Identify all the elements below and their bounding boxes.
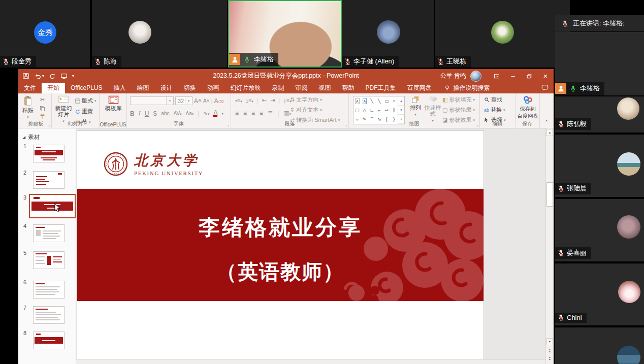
shapes-scroll-down-icon[interactable]: ▼ [398,106,404,115]
shape-fill-button[interactable]: ◧ 形状填充▾ [442,96,475,104]
tab-transitions[interactable]: 切换 [178,83,201,93]
shapes-scroll-up-icon[interactable]: ▲ [398,96,404,106]
slide-thumbnail-6[interactable] [33,281,65,299]
save-to-baidu-button[interactable]: 保存到 百度网盘 [517,95,538,119]
section-collapse-icon[interactable]: ◢ [22,135,25,140]
arrange-button[interactable]: 排列 ▾ [408,95,423,118]
sidebar-tile-chini[interactable]: Chini [555,263,644,326]
shape-triangle-icon[interactable]: △ [361,106,369,115]
tab-insert[interactable]: 插入 [108,83,131,93]
shape-rounded-rectangle-icon[interactable]: ▢ [353,106,361,115]
restore-button[interactable] [521,69,537,83]
underline-button[interactable]: U [145,110,149,117]
tab-home[interactable]: 开始 [42,83,65,93]
increase-indent-button[interactable]: ⇥ [270,97,275,104]
clipboard-dialog-launcher[interactable]: ⌟ [48,122,50,127]
tab-review[interactable]: 审阅 [289,83,313,93]
decrease-indent-button[interactable]: ⇤ [262,97,267,104]
font-dialog-launcher[interactable]: ⌟ [227,122,229,127]
comments-icon[interactable] [541,84,549,91]
shape-textbox-icon[interactable]: A [355,98,360,104]
close-button[interactable]: × [537,69,554,83]
tab-design[interactable]: 设计 [154,83,178,93]
arrange-caret[interactable]: ▾ [414,112,416,118]
drawing-dialog-launcher[interactable]: ⌟ [476,122,478,127]
slide-thumbnail-panel[interactable]: ◢ 素材 1 2 3 [18,128,76,364]
shape-vertical-textbox-icon[interactable]: A [363,98,367,104]
change-case-button[interactable]: Aa▾ [186,111,194,116]
find-button[interactable]: 查找 [484,96,506,104]
tab-slideshow[interactable]: 幻灯片放映 [224,83,266,93]
tab-file[interactable]: 文件 [18,83,42,93]
format-painter-icon[interactable] [40,114,45,119]
ribbon-display-options-button[interactable] [489,69,505,83]
tab-officeplus[interactable]: OfficePLUS [65,83,108,93]
cut-icon[interactable]: ✂ [40,96,45,103]
sidebar-tile-loujiali[interactable]: 娄嘉丽 [555,199,644,262]
shape-arrow-line-icon[interactable]: ╲ [376,96,383,106]
shape-right-arrow-icon[interactable]: ⇨ [383,106,391,115]
tab-draw[interactable]: 绘图 [131,83,154,93]
slide-thumbnail-5[interactable] [33,251,65,269]
account-name[interactable]: 公羊 肯鸣 [440,72,466,80]
character-spacing-button[interactable]: AV▾ [173,111,181,116]
align-text-button[interactable]: ⇕ 对齐文本▾ [290,106,340,114]
tell-me-search[interactable]: 操作说明搜索 [444,83,490,93]
slide-thumbnail-1[interactable] [33,145,65,162]
slide-thumbnail-8[interactable] [33,332,65,349]
font-name-combobox[interactable]: ▾ [130,96,174,105]
align-center-button[interactable]: ≡ [243,110,247,117]
shape-rectangle-icon[interactable]: ▭ [383,96,391,106]
tab-animations[interactable]: 动画 [201,83,224,93]
slide-thumbnail-2[interactable] [33,171,65,189]
account-avatar[interactable] [470,71,481,82]
replace-button[interactable]: ab替换▾ [484,106,506,114]
layout-button[interactable]: 版式▾ [75,97,96,105]
shape-elbow-connector-icon[interactable]: ∟ [368,106,376,115]
align-right-button[interactable]: ≡ [251,110,255,117]
previous-slide-button[interactable]: ▲▲ [546,347,553,353]
quick-styles-button[interactable]: 快速样式 ▾ [424,95,441,124]
paste-caret[interactable]: ▾ [27,114,29,120]
shape-outline-button[interactable]: ▢ 形状轮廓▾ [442,106,475,114]
shapes-gallery-scroll[interactable]: ▲ ▼ ⊽ [398,96,404,124]
copy-icon[interactable] [40,106,45,111]
justify-button[interactable]: ≡ [260,110,263,117]
collapse-ribbon-chevron[interactable]: ⌃ [544,119,549,125]
video-tile-chenhai[interactable]: 陈海 [92,0,228,68]
scroll-up-button[interactable]: ▲ [546,129,553,136]
numbering-button[interactable]: 1≡▾ [246,97,253,104]
text-direction-button[interactable]: ⇅ 文字方向▾ [290,96,340,104]
font-size-combobox[interactable]: 32▾ [175,96,192,105]
video-tile-duanjinxiu[interactable]: 金秀 段金秀 [0,0,91,68]
sidebar-tile-chenhongyi[interactable]: 陈弘毅 [555,96,644,134]
next-slide-button[interactable]: ▼▼ [546,355,553,361]
shape-down-arrow-icon[interactable]: ⇩ [391,106,398,115]
tab-baidu-netdisk[interactable]: 百度网盘 [401,83,437,93]
shape-elbow-arrow-icon[interactable]: ⌐ [376,106,383,115]
sidebar-tile-extra[interactable] [555,327,644,364]
italic-button[interactable]: I [139,110,141,117]
editor-horizontal-scrollbar[interactable] [76,359,545,364]
reset-button[interactable]: 重置 [75,108,96,115]
shape-cells[interactable]: A A ╲ ╲ ▭ ○ ▢ △ ∟ ⌐ ⇨ ⇩ ⌔ ✎ ⌒ [353,96,398,124]
video-tile-lixuge-active[interactable]: 李绪格 [228,0,342,68]
shape-oval-icon[interactable]: ○ [391,96,398,106]
slide-thumbnail-4[interactable] [33,224,65,242]
tab-view[interactable]: 视图 [313,83,336,93]
decrease-font-size-button[interactable]: A˅ [203,98,210,104]
sidebar-tile-lixuge[interactable]: 李绪格 [555,32,644,96]
bold-button[interactable]: B [130,110,135,117]
text-shadow-button[interactable]: S [153,110,157,117]
tab-help[interactable]: 帮助 [336,83,360,93]
thumbnail-section-header[interactable]: ◢ 素材 [22,134,40,141]
bullets-button[interactable]: •≡▾ [235,97,242,104]
editor-vertical-scrollbar[interactable]: ▲ ▼ ▲▲ ▼▼ [545,128,554,364]
clear-formatting-button[interactable]: A⌫ [214,97,223,105]
video-tile-wangxiaodong[interactable]: 王晓栋 [435,0,571,68]
tab-pdf-tools[interactable]: PDF工具集 [360,83,401,93]
align-left-button[interactable]: ≡ [235,110,239,117]
slide-thumbnail-3-selected[interactable] [29,194,76,218]
sidebar-tile-zhangluchen[interactable]: 张陆晨 [555,135,644,198]
minimize-button[interactable] [505,69,521,83]
